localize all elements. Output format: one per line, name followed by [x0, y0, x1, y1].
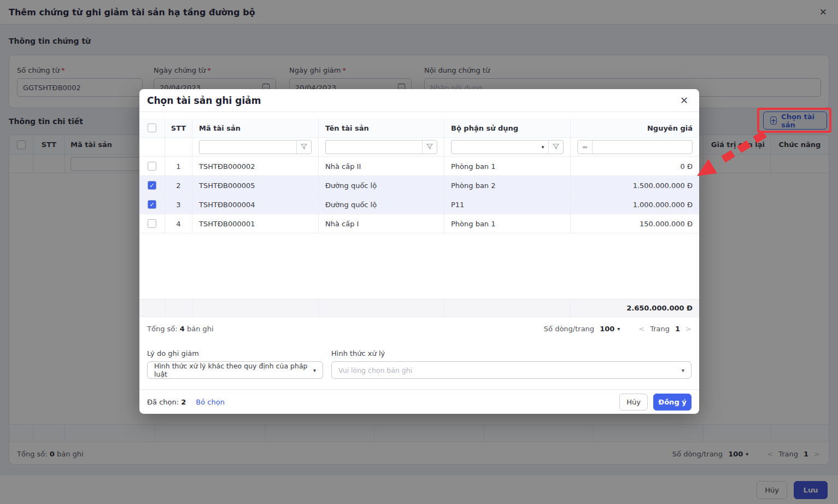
reason-select[interactable]: Hình thức xử lý khác theo quy định của p…: [147, 361, 323, 379]
row-checkbox[interactable]: ✓: [148, 219, 156, 228]
modal-table-header-row: ✓ STT Mã tài sản Tên tài sản Bộ phận sử …: [139, 119, 699, 138]
screen: Thêm chứng từ ghi giảm tài sản hạ tầng đ…: [0, 0, 838, 504]
chevron-down-icon: ▾: [617, 326, 620, 332]
rows-per-page-select[interactable]: 100 ▾: [600, 325, 620, 333]
chevron-down-icon: ▾: [682, 367, 684, 373]
row-checkbox[interactable]: ✓: [148, 200, 156, 209]
chevron-down-icon[interactable]: ▾: [537, 144, 548, 150]
filter-funnel-icon[interactable]: [423, 140, 437, 154]
col-bo-phan: Bộ phận sử dụng: [444, 119, 571, 137]
modal-footer: Đã chọn: 2 Bỏ chọn Hủy Đồng ý: [139, 389, 699, 414]
select-all-checkbox[interactable]: ✓: [148, 124, 156, 132]
asset-row[interactable]: ✓ 3 TSHTĐB000004 Đường quốc lộ P11 1.000…: [139, 195, 699, 214]
clear-selection-link[interactable]: Bỏ chọn: [196, 398, 225, 406]
method-select[interactable]: Vui lòng chọn bản ghi ▾: [331, 361, 692, 379]
modal-ok-button[interactable]: Đồng ý: [653, 394, 692, 411]
modal-title: Chọn tài sản ghi giảm: [147, 95, 261, 106]
page-label: Trang: [650, 325, 670, 333]
choose-asset-modal: Chọn tài sản ghi giảm ✕ ✓ STT Mã tài sản…: [139, 89, 699, 414]
rows-per-page-label: Số dòng/trang: [544, 325, 594, 333]
asset-row[interactable]: ✓ 1 TSHTĐB000002 Nhà cấp II Phòng ban 1 …: [139, 157, 699, 176]
modal-table-filter-row: ▾ =: [139, 138, 699, 157]
next-page-icon[interactable]: >: [685, 325, 692, 333]
filter-funnel-icon[interactable]: [297, 140, 311, 154]
method-label: Hình thức xử lý: [331, 349, 385, 358]
equals-operator[interactable]: =: [578, 143, 592, 151]
row-checkbox[interactable]: ✓: [148, 162, 156, 171]
total-price: 2.650.000.000 Đ: [571, 300, 699, 317]
modal-total-records: Tổng số: 4 bản ghi: [147, 321, 214, 336]
price-filter-input[interactable]: =: [577, 140, 693, 154]
total-row: 2.650.000.000 Đ: [139, 299, 699, 317]
modal-cancel-button[interactable]: Hủy: [619, 394, 648, 411]
col-nguyen-gia: Nguyên giá: [571, 119, 699, 137]
chevron-down-icon: ▾: [313, 367, 316, 373]
col-ten-tai-san: Tên tài sản: [319, 119, 444, 137]
dept-filter-select[interactable]: ▾: [451, 140, 564, 154]
row-checkbox[interactable]: ✓: [148, 181, 156, 190]
filter-funnel-icon[interactable]: [549, 140, 563, 154]
col-stt: STT: [165, 119, 192, 137]
code-filter-input[interactable]: [199, 140, 312, 154]
modal-pagination: Số dòng/trang 100 ▾ < Trang 1 >: [544, 321, 692, 336]
asset-row[interactable]: ✓ 4 TSHTĐB000001 Nhà cấp I Phòng ban 1 1…: [139, 214, 699, 233]
modal-close-icon[interactable]: ✕: [680, 96, 688, 106]
page-number: 1: [675, 325, 680, 333]
prev-page-icon[interactable]: <: [638, 325, 644, 333]
selected-count: Đã chọn: 2: [147, 398, 186, 406]
reason-label: Lý do ghi giảm: [147, 349, 199, 358]
asset-row[interactable]: ✓ 2 TSHTĐB000005 Đường quốc lộ Phòng ban…: [139, 176, 699, 195]
modal-table: ✓ STT Mã tài sản Tên tài sản Bộ phận sử …: [139, 119, 699, 233]
name-filter-input[interactable]: [325, 140, 437, 154]
col-ma-tai-san: Mã tài sản: [192, 119, 319, 137]
modal-header: Chọn tài sản ghi giảm ✕: [139, 89, 699, 112]
